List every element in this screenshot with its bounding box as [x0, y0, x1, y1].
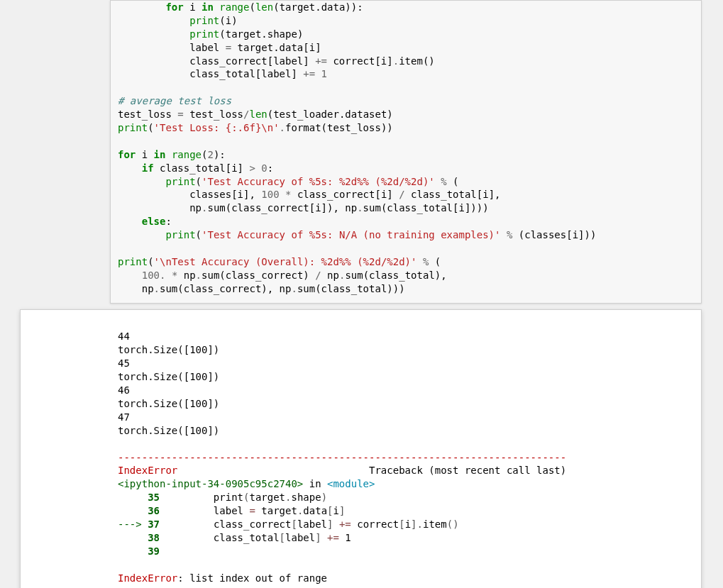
error-summary: IndexError: list index out of range: [118, 572, 327, 584]
traceback-divider: ----------------------------------------…: [118, 452, 566, 463]
traceback-source: <ipython-input-34-0905c95c2740> in <modu…: [118, 478, 375, 489]
code-line: print('Test Accuracy of %5s: N/A (no tra…: [118, 229, 596, 240]
output-line: torch.Size([100]): [118, 371, 219, 382]
code-line: print('Test Accuracy of %5s: %2d%% (%2d/…: [118, 176, 459, 187]
code-line: np.sum(class_correct[i]), np.sum(class_t…: [118, 202, 489, 213]
traceback-line: 36 label = target.data[i]: [118, 505, 345, 516]
output-line: 46: [118, 384, 130, 396]
code-line: classes[i], 100 * class_correct[i] / cla…: [118, 189, 500, 200]
code-line: for i in range(2):: [118, 149, 226, 160]
notebook-container: for i in range(len(target.data)): print(…: [0, 0, 723, 588]
traceback-line: 35 print(target.shape): [118, 492, 327, 503]
code-line: for i in range(len(target.data)):: [118, 1, 363, 13]
output-line: 44: [118, 331, 130, 342]
output-line: 45: [118, 357, 130, 369]
output-line: 47: [118, 411, 130, 423]
output-line: torch.Size([100]): [118, 398, 219, 409]
code-line: print('Test Loss: {:.6f}\n'.format(test_…: [118, 122, 393, 133]
traceback-line: 39: [118, 545, 165, 557]
output-line: torch.Size([100]): [118, 344, 219, 355]
code-line: 100. * np.sum(class_correct) / np.sum(cl…: [118, 270, 447, 281]
code-line: label = target.data[i]: [118, 42, 321, 53]
code-line: # average test loss: [118, 95, 231, 106]
code-line: if class_total[i] > 0:: [118, 162, 273, 174]
code-cell-output: 44 torch.Size([100]) 45 torch.Size([100]…: [20, 309, 702, 588]
traceback-line: 38 class_total[label] += 1: [118, 532, 351, 543]
code-line: class_total[label] += 1: [118, 68, 327, 79]
code-line: test_loss = test_loss/len(test_loader.da…: [118, 109, 393, 120]
code-line: print('\nTest Accuracy (Overall): %2d%% …: [118, 256, 441, 267]
output-line: torch.Size([100]): [118, 425, 219, 436]
traceback-header: IndexError Traceback (most recent call l…: [118, 465, 566, 476]
code-line: else:: [118, 216, 172, 227]
code-line: class_correct[label] += correct[i].item(…: [118, 55, 435, 67]
code-line: print(i): [118, 15, 238, 26]
code-cell-input[interactable]: for i in range(len(target.data)): print(…: [110, 0, 702, 304]
output-content: 44 torch.Size([100]) 45 torch.Size([100]…: [118, 330, 694, 584]
traceback-line-current: ---> 37 class_correct[label] += correct[…: [118, 518, 459, 530]
code-line: np.sum(class_correct), np.sum(class_tota…: [118, 283, 405, 294]
code-line: print(target.shape): [118, 28, 303, 40]
